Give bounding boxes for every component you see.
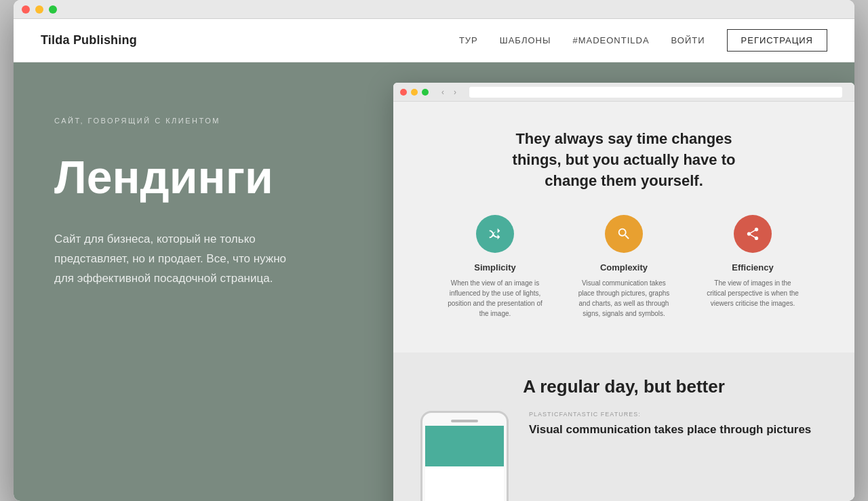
mac-window: Tilda Publishing ТУР ШАБЛОНЫ #MADEONTILD… (14, 0, 854, 501)
nav-link-login[interactable]: ВОЙТИ (671, 35, 705, 45)
nav-link-templates[interactable]: ШАБЛОНЫ (500, 35, 551, 45)
share-icon (745, 226, 760, 241)
left-label: САЙТ, ГОВОРЯЩИЙ С КЛИЕНТОМ (54, 117, 298, 125)
complexity-icon-circle (605, 215, 643, 253)
phone-mockup (420, 411, 509, 501)
browser-close-btn (400, 89, 407, 96)
close-btn[interactable] (22, 5, 30, 14)
plasticfantastic-label: PLASTICFANTASTIC features: (529, 411, 827, 418)
search-icon (616, 226, 631, 241)
section2-text: PLASTICFANTASTIC features: Visual commun… (529, 411, 827, 438)
left-description: Сайт для бизнеса, который не только пред… (54, 230, 298, 289)
browser-mockup: ‹ › They always say time changes things,… (393, 83, 854, 501)
browser-quote: They always say time changes things, but… (495, 129, 753, 191)
section2-description: Visual communication takes place through… (529, 422, 827, 438)
nav-link-madeontilda[interactable]: #MADEONTILDA (572, 35, 649, 45)
top-nav: Tilda Publishing ТУР ШАБЛОНЫ #MADEONTILD… (14, 19, 854, 62)
content-area: САЙТ, ГОВОРЯЩИЙ С КЛИЕНТОМ Лендинги Сайт… (14, 62, 854, 501)
nav-link-tour[interactable]: ТУР (459, 35, 478, 45)
features-row: Simplicity When the view of an image is … (434, 215, 814, 319)
maximize-btn[interactable] (49, 5, 57, 14)
browser-section1: They always say time changes things, but… (393, 102, 854, 353)
back-arrow-icon[interactable]: ‹ (438, 87, 448, 97)
section2-title: A regular day, but better (420, 376, 827, 397)
feature-simplicity: Simplicity When the view of an image is … (448, 215, 542, 319)
simplicity-desc: When the view of an image is influenced … (448, 278, 542, 319)
section2-content: PLASTICFANTASTIC features: Visual commun… (420, 411, 827, 501)
mac-titlebar (14, 0, 854, 19)
shuffle-icon (488, 226, 502, 241)
nav-logo: Tilda Publishing (41, 33, 137, 47)
browser-nav: ‹ › (438, 87, 460, 97)
left-panel: САЙТ, ГОВОРЯЩИЙ С КЛИЕНТОМ Лендинги Сайт… (14, 62, 339, 501)
simplicity-title: Simplicity (474, 262, 515, 273)
efficiency-title: Efficiency (732, 262, 773, 273)
browser-section2: A regular day, but better (393, 353, 854, 501)
complexity-desc: Visual communication takes place through… (576, 278, 671, 319)
complexity-title: Complexity (600, 262, 648, 273)
minimize-btn[interactable] (35, 5, 43, 14)
address-bar[interactable] (469, 87, 842, 98)
efficiency-desc: The view of images in the critical persp… (705, 278, 800, 308)
browser-page: They always say time changes things, but… (393, 102, 854, 501)
efficiency-icon-circle (734, 215, 772, 253)
register-button[interactable]: РЕГИСТРАЦИЯ (727, 29, 827, 52)
browser-minimize-btn (411, 89, 418, 96)
simplicity-icon-circle (476, 215, 514, 253)
phone-screen (425, 426, 504, 501)
site-wrapper: Tilda Publishing ТУР ШАБЛОНЫ #MADEONTILD… (14, 19, 854, 501)
feature-complexity: Complexity Visual communication takes pl… (576, 215, 671, 319)
phone-speaker (451, 420, 478, 422)
feature-efficiency: Efficiency The view of images in the cri… (705, 215, 800, 319)
browser-toolbar: ‹ › (393, 83, 854, 102)
nav-links: ТУР ШАБЛОНЫ #MADEONTILDA ВОЙТИ РЕГИСТРАЦ… (459, 29, 827, 52)
phone-screen-content (425, 426, 504, 466)
browser-maximize-btn (422, 89, 429, 96)
forward-arrow-icon[interactable]: › (450, 87, 460, 97)
left-heading: Лендинги (54, 152, 298, 203)
